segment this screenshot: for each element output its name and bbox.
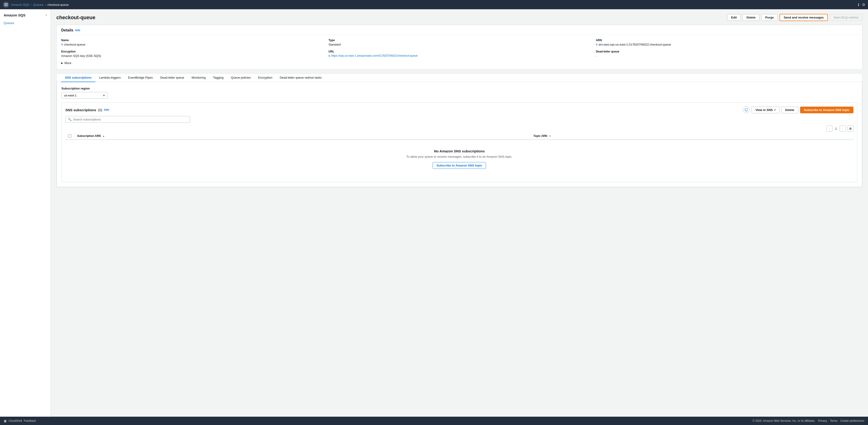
copyright-text: © 2025, Amazon Web Services, Inc. or its… xyxy=(752,419,815,422)
refresh-button[interactable] xyxy=(743,106,750,113)
breadcrumb-sep-2: › xyxy=(45,3,46,6)
tab-tagging[interactable]: Tagging xyxy=(209,74,227,82)
bottom-bar: ▣ CloudShell Feedback © 2025, Amazon Web… xyxy=(0,417,868,425)
details-grid: Name ⧉ checkout-queue Type Standard xyxy=(61,38,858,58)
copy-arn-icon[interactable]: ⧉ xyxy=(596,43,598,46)
table-header: Subscription ARN ▲ Topic ARN ▼ xyxy=(65,133,854,140)
tab-queue-policies[interactable]: Queue policies xyxy=(227,74,254,82)
details-info-link[interactable]: Info xyxy=(75,29,80,32)
details-card: Details Info Name ⧉ checkout-queue xyxy=(56,25,863,69)
page-header: checkout-queue Edit Delete Purge Send an… xyxy=(56,14,863,21)
privacy-link[interactable]: Privacy xyxy=(818,419,827,422)
tab-content-sns: Subscription region us-east-1 us-east-2 … xyxy=(57,82,862,187)
detail-dlq-value: - xyxy=(596,54,858,58)
svg-rect-2 xyxy=(4,5,8,6)
sns-section-header: SNS subscriptions (0) Info xyxy=(65,106,854,113)
sidebar-queues-link[interactable]: Queues xyxy=(0,20,51,26)
content-area: checkout-queue Edit Delete Purge Send an… xyxy=(51,9,868,417)
table-settings-button[interactable]: ⚙ xyxy=(847,125,854,132)
tabs: SNS subscriptions Lambda triggers EventB… xyxy=(57,74,862,82)
sns-count-badge: (0) xyxy=(98,108,102,112)
bottom-bar-right: © 2025, Amazon Web Services, Inc. or its… xyxy=(752,419,864,422)
tab-encryption[interactable]: Encryption xyxy=(254,74,276,82)
top-nav: Amazon SQS › Queues › checkout-queue ℹ ⚙ xyxy=(0,0,868,9)
region-select[interactable]: us-east-1 us-east-2 us-west-1 us-west-2 … xyxy=(61,92,107,99)
details-card-body: Name ⧉ checkout-queue Type Standard xyxy=(57,35,862,69)
help-icon[interactable]: ℹ xyxy=(858,3,859,7)
details-title: Details Info xyxy=(61,28,858,32)
delete-button[interactable]: Delete xyxy=(743,14,760,21)
tab-dead-letter-queue[interactable]: Dead-letter queue xyxy=(156,74,188,82)
sns-subscriptions-section: SNS subscriptions (0) Info xyxy=(61,103,857,182)
more-toggle[interactable]: ▶ More xyxy=(61,60,858,66)
svg-rect-0 xyxy=(4,3,8,4)
cloudshell-link[interactable]: CloudShell xyxy=(8,419,22,422)
subscribe-button[interactable]: Subscribe to Amazon SNS topic xyxy=(800,107,854,113)
sidebar-header: Amazon SQS ‹ xyxy=(0,13,51,20)
detail-url: URL ⧉ https://sqs.us-east-1.amazonaws.co… xyxy=(329,50,590,58)
sidebar-collapse-button[interactable]: ‹ xyxy=(46,13,47,17)
bottom-bar-left: ▣ CloudShell Feedback xyxy=(4,419,36,423)
detail-arn-value: ⧉ arn:aws:sqs:us-east-1:017820706022:che… xyxy=(596,43,858,46)
cloudshell-icon: ▣ xyxy=(4,419,7,423)
region-label: Subscription region xyxy=(61,87,857,90)
search-wrapper: 🔍 xyxy=(65,116,190,123)
th-subscription-arn[interactable]: Subscription ARN ▲ xyxy=(74,133,531,140)
prev-page-button[interactable]: ‹ xyxy=(827,125,832,132)
tab-dlq-redrive-tasks[interactable]: Dead-letter queue redrive tasks xyxy=(276,74,325,82)
tab-sns-subscriptions[interactable]: SNS subscriptions xyxy=(61,74,95,82)
tab-eventbridge-pipes[interactable]: EventBridge Pipes xyxy=(124,74,157,82)
sns-info-link[interactable]: Info xyxy=(104,108,109,111)
start-dlq-button[interactable]: Start DLQ redrive xyxy=(830,14,863,21)
tab-lambda-triggers[interactable]: Lambda triggers xyxy=(95,74,124,82)
tab-monitoring[interactable]: Monitoring xyxy=(188,74,210,82)
sort-subscription-arn-icon: ▲ xyxy=(102,135,105,137)
detail-name-value: ⧉ checkout-queue xyxy=(61,43,323,46)
search-input[interactable] xyxy=(73,118,188,121)
search-icon: 🔍 xyxy=(68,118,71,121)
nav-menu-button[interactable] xyxy=(3,1,9,8)
breadcrumb-sqs-link[interactable]: Amazon SQS xyxy=(11,3,29,6)
sns-delete-button[interactable]: Delete xyxy=(781,107,798,113)
svg-rect-1 xyxy=(4,4,8,5)
sidebar-nav: Queues xyxy=(0,20,51,26)
page-actions: Edit Delete Purge Send and receive messa… xyxy=(727,14,863,21)
sidebar-item-queues[interactable]: Queues xyxy=(0,20,51,26)
empty-state: No Amazon SNS subscriptions To allow you… xyxy=(65,140,854,178)
main-layout: Amazon SQS ‹ Queues checkout-queue Edit … xyxy=(0,9,868,417)
external-link-icon: ↗ xyxy=(774,109,776,111)
detail-arn: ARN ⧉ arn:aws:sqs:us-east-1:017820706022… xyxy=(596,38,858,46)
sort-topic-arn-icon: ▼ xyxy=(549,135,551,137)
purge-button[interactable]: Purge xyxy=(761,14,778,21)
details-card-header: Details Info xyxy=(57,25,862,35)
sidebar-title: Amazon SQS xyxy=(4,13,25,17)
breadcrumb-queues-link[interactable]: Queues xyxy=(33,3,44,6)
top-nav-right-icons: ℹ ⚙ xyxy=(858,3,865,7)
subscription-region-section: Subscription region us-east-1 us-east-2 … xyxy=(61,87,857,99)
pagination-controls: ‹ 1 › xyxy=(827,125,846,132)
detail-name: Name ⧉ checkout-queue xyxy=(61,38,323,46)
edit-button[interactable]: Edit xyxy=(727,14,741,21)
terms-link[interactable]: Terms xyxy=(830,419,838,422)
settings-icon[interactable]: ⚙ xyxy=(862,3,865,7)
copy-name-icon[interactable]: ⧉ xyxy=(61,43,63,46)
copy-url-icon[interactable]: ⧉ xyxy=(329,54,330,57)
th-topic-arn[interactable]: Topic ARN ▼ xyxy=(531,133,854,140)
send-receive-button[interactable]: Send and receive messages xyxy=(779,14,828,21)
cookie-preferences-link[interactable]: Cookie preferences xyxy=(840,419,864,422)
breadcrumb: Amazon SQS › Queues › checkout-queue xyxy=(11,3,69,6)
detail-type: Type Standard xyxy=(329,38,590,46)
page-number: 1 xyxy=(833,126,839,131)
view-in-sns-button[interactable]: View in SNS ↗ xyxy=(752,107,779,113)
sns-section-title: SNS subscriptions (0) Info xyxy=(65,108,109,112)
tabs-container: SNS subscriptions Lambda triggers EventB… xyxy=(56,73,863,187)
breadcrumb-current: checkout-queue xyxy=(48,3,69,6)
next-page-button[interactable]: › xyxy=(840,125,846,132)
select-all-checkbox[interactable] xyxy=(68,134,71,138)
region-select-wrapper: us-east-1 us-east-2 us-west-1 us-west-2 … xyxy=(61,92,107,99)
subscriptions-table: Subscription ARN ▲ Topic ARN ▼ xyxy=(65,133,854,178)
empty-subscribe-button[interactable]: Subscribe to Amazon SNS topic xyxy=(433,162,486,169)
empty-state-title: No Amazon SNS subscriptions xyxy=(70,149,849,153)
empty-state-description: To allow your queue to receive messages,… xyxy=(70,155,849,159)
feedback-link[interactable]: Feedback xyxy=(24,419,36,422)
